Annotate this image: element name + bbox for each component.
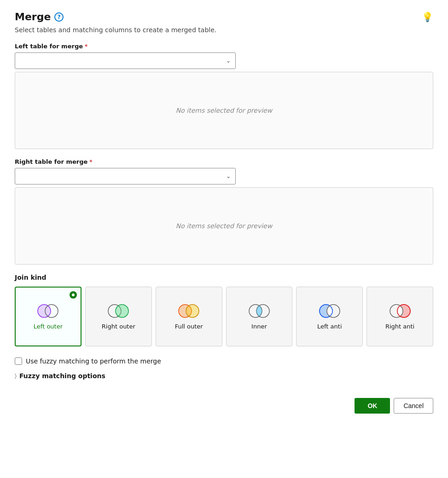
svg-point-0 — [38, 305, 51, 317]
subtitle: Select tables and matching columns to cr… — [15, 26, 433, 34]
join-kind-label: Join kind — [15, 274, 433, 281]
inner-venn — [246, 303, 272, 319]
chevron-right-icon: 〉 — [15, 373, 17, 379]
left-table-dropdown-arrow: ⌄ — [226, 58, 231, 64]
right-table-preview: No items selected for preview — [15, 187, 433, 265]
join-card-left-outer[interactable]: Left outer — [15, 287, 81, 346]
join-card-left-anti[interactable]: Left anti — [296, 287, 363, 346]
left-table-required: * — [85, 43, 87, 50]
right-anti-label: Right anti — [385, 323, 414, 331]
join-options: Left outer Right outer Full outer Inner — [15, 287, 433, 346]
inner-label: Inner — [251, 323, 267, 331]
cancel-button[interactable]: Cancel — [394, 398, 433, 414]
ok-button[interactable]: OK — [355, 398, 390, 414]
left-outer-venn — [35, 303, 61, 319]
left-table-dropdown[interactable]: ⌄ — [15, 52, 236, 69]
left-outer-label: Left outer — [34, 323, 63, 331]
left-anti-label: Left anti — [317, 323, 342, 331]
left-anti-venn — [317, 303, 343, 319]
full-outer-venn — [176, 303, 202, 319]
fuzzy-matching-row: Use fuzzy matching to perform the merge — [15, 357, 433, 365]
join-card-full-outer[interactable]: Full outer — [156, 287, 222, 346]
selected-indicator — [70, 291, 77, 299]
full-outer-label: Full outer — [175, 323, 203, 331]
fuzzy-matching-options-toggle[interactable]: 〉 Fuzzy matching options — [15, 372, 433, 380]
lightbulb-icon[interactable]: 💡 — [422, 12, 433, 23]
fuzzy-matching-checkbox-label[interactable]: Use fuzzy matching to perform the merge — [26, 357, 161, 365]
footer: OK Cancel — [15, 398, 433, 414]
right-table-dropdown-arrow: ⌄ — [226, 173, 231, 179]
fuzzy-matching-checkbox[interactable] — [15, 357, 22, 365]
right-outer-venn — [105, 303, 131, 319]
join-card-right-anti[interactable]: Right anti — [367, 287, 433, 346]
left-table-preview: No items selected for preview — [15, 72, 433, 149]
right-table-required: * — [89, 159, 92, 165]
join-card-inner[interactable]: Inner — [226, 287, 293, 346]
left-table-label: Left table for merge * — [15, 43, 433, 50]
page-title: Merge — [15, 11, 51, 23]
help-icon[interactable]: ? — [54, 12, 64, 22]
right-table-dropdown[interactable]: ⌄ — [15, 168, 236, 184]
right-anti-venn — [387, 303, 413, 319]
fuzzy-matching-options-label: Fuzzy matching options — [19, 372, 105, 380]
svg-point-3 — [116, 305, 128, 317]
right-table-label: Right table for merge * — [15, 158, 433, 165]
right-outer-label: Right outer — [102, 323, 135, 331]
join-card-right-outer[interactable]: Right outer — [85, 287, 152, 346]
svg-point-5 — [186, 305, 199, 317]
